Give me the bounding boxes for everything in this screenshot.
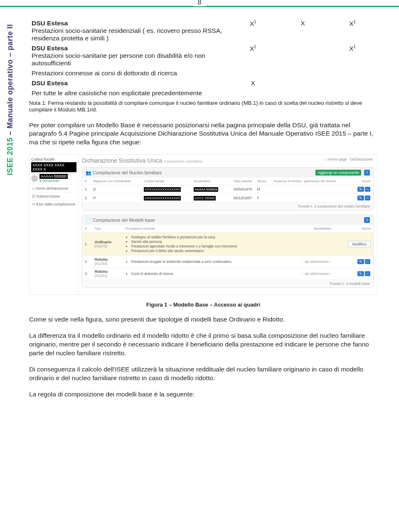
th-azioni: Azioni [351, 178, 373, 185]
body-paragraph: Per poter compilare un Modello Base è ne… [29, 121, 377, 147]
codice-fiscale-value: XXXX XXXX XXXX XXXX X [31, 162, 76, 172]
avatar-role: ● Dichiarante [39, 179, 68, 183]
body-paragraph: Di conseguenza il calcolo dell'ISEE util… [29, 365, 377, 383]
panel-footer: Trovati n. 2 componenti del nucleo famil… [82, 203, 373, 210]
codice-fiscale-label: Codice fiscale: [31, 157, 76, 161]
th-assenza: Assenza di reddito / patrimonio del mino… [271, 178, 351, 185]
row-desc: Prestazioni socio-sanitarie residenziali… [32, 27, 222, 42]
th-prestazioni: Prestazioni richieste [123, 225, 286, 233]
nucleo-table: # Rapporto con Dichiarante Codice fiscal… [82, 178, 373, 203]
table-row: DSU Estesa Prestazioni socio-sanitarie p… [29, 43, 377, 68]
th-num: # [82, 225, 92, 233]
row-desc: Prestazioni socio-sanitarie per persone … [32, 52, 205, 67]
th-num: # [82, 178, 91, 185]
th-tipo: Tipo [92, 225, 123, 233]
delete-icon[interactable]: – [365, 195, 370, 200]
nav-esci[interactable]: ↪ Esci dalla compilazione [31, 200, 76, 208]
row-desc: Per tutte le altre casistiche non esplic… [29, 88, 228, 98]
cell-sup: 1 [354, 45, 356, 49]
body-paragraph: La differenza tra il modello ordinario e… [29, 332, 377, 358]
table-row: 2 Ridotto[#2280] Prestazioni erogate in … [82, 256, 373, 268]
delete-icon[interactable]: – [365, 259, 370, 264]
breadcrumb: ⌂ Home page · Dichiarazione [325, 157, 373, 161]
th-rapporto: Rapporto con Dichiarante [91, 178, 141, 185]
cf-masked: XXXXXXXXXXXXXXXX [144, 196, 181, 200]
cell-x: X [250, 45, 254, 52]
table-row: DSU Estesa X [29, 78, 377, 88]
side-header-dark: – Manuale operativo – parte II [6, 24, 14, 138]
table-row: 1 D XXXXXXXXXXXXXXXX AAAAA BBBBB 20/04/1… [82, 185, 373, 194]
cell-x: X [250, 20, 254, 27]
panel-footer: Trovati n. 3 modelli base [82, 280, 373, 287]
row-desc: Prestazioni connesse ai corsi di dottora… [29, 68, 228, 78]
panel-nucleo: 👥 Compilazione del Nucleo familiare Aggi… [82, 167, 374, 210]
body-paragraph: Come si vede nella figura, sono presenti… [29, 315, 377, 324]
page-number: 8 [194, 0, 206, 6]
avatar-name: AAAAA BBBBB [39, 174, 68, 179]
row-title: DSU Estesa [32, 45, 68, 52]
table-row: 1 Ordinario[#2279] Sostegno al reddito f… [82, 233, 373, 256]
nav-sottoscrizione[interactable]: ☑ Sottoscrizione [31, 192, 76, 200]
table-row: 3 Ridotto[#2281] Corsi di dottorato di r… [82, 268, 373, 280]
figure-sidebar: Codice fiscale: XXXX XXXX XXXX XXXX X AA… [30, 155, 79, 294]
screenshot-figure: Codice fiscale: XXXX XXXX XXXX XXXX X AA… [29, 154, 377, 295]
cell-sup: 1 [254, 45, 256, 49]
row-title: DSU Estesa [32, 20, 68, 27]
cell-x: X [349, 20, 353, 27]
cell-x: X [300, 20, 305, 27]
edit-icon[interactable]: ✎ [357, 187, 364, 192]
cell-sup: 1 [254, 20, 256, 24]
modifica-button[interactable]: Modifica [347, 241, 371, 247]
nav-home[interactable]: ⌂ Home dichiarazione [31, 184, 76, 192]
table-footnote: Nota 1: Ferma restando la possibilità di… [29, 100, 377, 114]
panel-modelli: 📄 Compilazione dei Modelli base ? # Tipo… [82, 215, 374, 288]
table-row: DSU Estesa Prestazioni socio-sanitarie r… [29, 18, 377, 43]
add-component-button[interactable]: Aggiungi un componente [315, 170, 361, 176]
body-paragraph: La regola di composizione dei modelli ba… [29, 390, 377, 399]
edit-icon[interactable]: ✎ [357, 195, 364, 200]
panel-heading: 📄 Compilazione dei Modelli base [86, 218, 155, 223]
th-nominativo: Nominativo [191, 178, 226, 185]
delete-icon[interactable]: – [365, 187, 370, 192]
row-title: DSU Estesa [32, 79, 68, 87]
prestazioni-table: DSU Estesa Prestazioni socio-sanitarie r… [29, 18, 377, 98]
panel-heading: 👥 Compilazione del Nucleo familiare [86, 170, 162, 176]
edit-icon[interactable]: ✎ [357, 259, 364, 264]
th-azioni: Azioni [334, 225, 373, 233]
document-page: 8 ISEE 2015 – Manuale operativo – parte … [0, 0, 399, 426]
cell-x: X [349, 45, 353, 52]
side-header-green: ISEE 2015 [6, 138, 14, 176]
table-row: 2 P XXXXXXXXXXXXXXXX CCCC DDDD 26/12/195… [82, 194, 373, 203]
th-cf: Codice fiscale [141, 178, 191, 185]
name-masked: AAAAA BBBBB [194, 187, 218, 192]
figure-caption: Figura 1 – Modello Base – Accesso ai qua… [29, 302, 377, 308]
delete-icon[interactable]: – [365, 271, 370, 276]
help-icon[interactable]: ? [364, 217, 370, 223]
th-beneficiario: Beneficiario [286, 225, 334, 233]
figure-main: ⌂ Home page · Dichiarazione Dichiarazion… [79, 155, 377, 294]
modelli-table: # Tipo Prestazioni richieste Beneficiari… [82, 225, 373, 280]
table-row: Per tutte le altre casistiche non esplic… [29, 88, 377, 98]
figure-subtitle: Acquisizione Interattiva [164, 159, 202, 163]
edit-icon[interactable]: ✎ [357, 271, 364, 276]
help-icon[interactable]: ? [364, 170, 370, 176]
name-masked: CCCC DDDD [194, 196, 215, 200]
th-data-nascita: Data nascita [227, 178, 255, 185]
cf-masked: XXXXXXXXXXXXXXXX [144, 187, 181, 192]
side-header: ISEE 2015 – Manuale operativo – parte II [6, 24, 15, 175]
th-sesso: Sesso [254, 178, 271, 185]
cell-x: X [251, 79, 255, 87]
cell-sup: 1 [354, 20, 356, 24]
avatar [31, 175, 38, 182]
table-row: Prestazioni connesse ai corsi di dottora… [29, 68, 377, 78]
